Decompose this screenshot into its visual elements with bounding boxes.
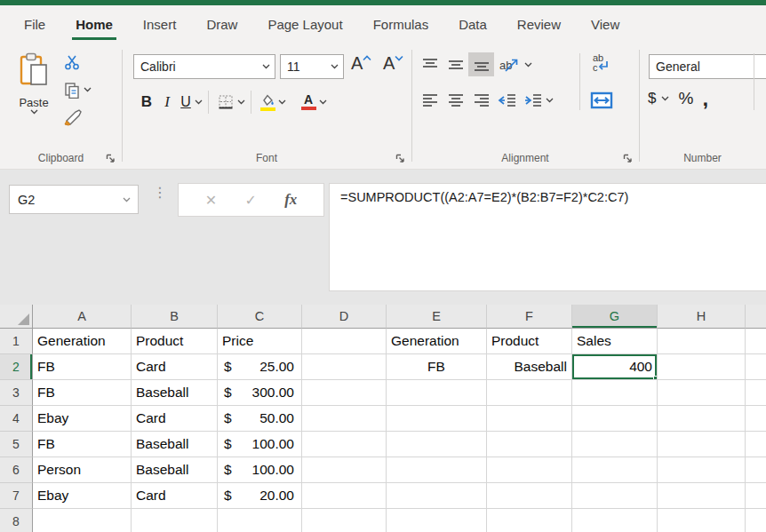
cell-F6[interactable]: [487, 457, 572, 483]
cell-overflow-7[interactable]: [746, 483, 766, 509]
cell-G2[interactable]: 400: [572, 354, 658, 380]
tab-formulas[interactable]: Formulas: [358, 5, 444, 43]
cell-F8[interactable]: [487, 509, 572, 532]
percent-style-button[interactable]: %: [678, 89, 693, 108]
cell-H7[interactable]: [658, 483, 746, 509]
cell-A2[interactable]: FB: [33, 354, 132, 380]
column-header-C[interactable]: C: [218, 305, 302, 329]
cell-B8[interactable]: [132, 509, 218, 532]
cell-B6[interactable]: Baseball: [132, 457, 218, 483]
cell-E2[interactable]: FB: [387, 354, 487, 380]
alignment-dialog-launcher[interactable]: [622, 153, 633, 163]
cell-B1[interactable]: Product: [132, 329, 218, 354]
cell-C2[interactable]: $25.00: [218, 354, 302, 380]
tab-home[interactable]: Home: [60, 5, 128, 43]
cell-C8[interactable]: [218, 509, 302, 532]
underline-button[interactable]: U: [177, 94, 195, 110]
cell-overflow-4[interactable]: [746, 406, 766, 432]
top-align-button[interactable]: [417, 52, 443, 76]
cell-A5[interactable]: FB: [33, 432, 132, 457]
cell-H5[interactable]: [658, 432, 746, 457]
cell-overflow-3[interactable]: [746, 380, 766, 406]
decrease-font-size-button[interactable]: A: [383, 53, 403, 74]
cell-E1[interactable]: Generation: [387, 329, 487, 354]
clipboard-dialog-launcher[interactable]: [105, 153, 116, 163]
cell-C1[interactable]: Price: [218, 329, 302, 354]
tab-draw[interactable]: Draw: [191, 5, 252, 43]
cut-button[interactable]: [64, 53, 81, 71]
copy-button[interactable]: [64, 81, 92, 99]
cell-D3[interactable]: [302, 380, 387, 406]
borders-button[interactable]: [214, 94, 237, 110]
cell-F5[interactable]: [487, 432, 572, 457]
cell-G8[interactable]: [572, 509, 658, 532]
formula-input[interactable]: =SUMPRODUCT((A2:A7=E2)*(B2:B7=F2)*C2:C7): [329, 183, 766, 291]
orientation-button[interactable]: ab: [494, 52, 524, 76]
fill-handle[interactable]: [653, 376, 658, 380]
merge-center-button[interactable]: [587, 88, 616, 112]
tab-review[interactable]: Review: [502, 5, 576, 43]
cell-D8[interactable]: [302, 509, 387, 532]
cell-C7[interactable]: $20.00: [218, 483, 302, 509]
cell-D2[interactable]: [302, 354, 387, 380]
cell-G1[interactable]: Sales: [572, 329, 658, 354]
tab-file[interactable]: File: [9, 5, 60, 43]
cell-H2[interactable]: [658, 354, 746, 380]
column-header-D[interactable]: D: [302, 305, 387, 329]
column-header-A[interactable]: A: [33, 305, 132, 329]
accounting-chevron-icon[interactable]: [661, 96, 669, 101]
cell-B3[interactable]: Baseball: [132, 380, 218, 406]
row-header-4[interactable]: 4: [0, 406, 33, 432]
decrease-indent-button[interactable]: [494, 88, 520, 112]
cell-F7[interactable]: [487, 483, 572, 509]
paste-button[interactable]: Paste: [11, 52, 57, 137]
column-header-E[interactable]: E: [387, 305, 487, 329]
font-color-button[interactable]: A: [298, 94, 319, 110]
cell-F4[interactable]: [487, 406, 572, 432]
cell-E3[interactable]: [387, 380, 487, 406]
tab-page-layout[interactable]: Page Layout: [252, 5, 357, 43]
cell-B7[interactable]: Card: [132, 483, 218, 509]
cell-G6[interactable]: [572, 457, 658, 483]
cell-overflow-8[interactable]: [746, 509, 766, 532]
cell-H4[interactable]: [658, 406, 746, 432]
cell-H1[interactable]: [658, 329, 746, 354]
number-format-combobox[interactable]: General: [649, 54, 766, 79]
accounting-format-button[interactable]: $: [648, 90, 656, 107]
cell-B4[interactable]: Card: [132, 406, 218, 432]
cell-H3[interactable]: [658, 380, 746, 406]
cell-E8[interactable]: [387, 509, 487, 532]
cell-overflow-1[interactable]: [746, 329, 766, 354]
bold-button[interactable]: B: [136, 93, 157, 111]
cell-E5[interactable]: [387, 432, 487, 457]
insert-function-icon[interactable]: fx: [284, 191, 297, 209]
row-header-3[interactable]: 3: [0, 380, 33, 406]
tab-insert[interactable]: Insert: [128, 5, 192, 43]
cell-A4[interactable]: Ebay: [33, 406, 132, 432]
cell-F1[interactable]: Product: [487, 329, 572, 354]
bottom-align-button[interactable]: [468, 52, 494, 76]
cell-C5[interactable]: $100.00: [218, 432, 302, 457]
cell-A3[interactable]: FB: [33, 380, 132, 406]
format-painter-button[interactable]: [64, 108, 84, 126]
borders-chevron-icon[interactable]: [237, 99, 245, 105]
cell-E6[interactable]: [387, 457, 487, 483]
cell-D7[interactable]: [302, 483, 387, 509]
cell-G4[interactable]: [572, 406, 658, 432]
column-header-F[interactable]: F: [487, 305, 572, 329]
cell-D5[interactable]: [302, 432, 387, 457]
cell-A6[interactable]: Person: [33, 457, 132, 483]
increase-font-size-button[interactable]: A: [351, 53, 371, 74]
cell-D1[interactable]: [302, 329, 387, 354]
comma-style-button[interactable]: ,: [702, 94, 708, 103]
formula-bar-grip-icon[interactable]: ⋮: [153, 189, 167, 196]
cell-A7[interactable]: Ebay: [33, 483, 132, 509]
align-center-button[interactable]: [443, 88, 468, 112]
underline-chevron-icon[interactable]: [195, 99, 203, 105]
row-header-8[interactable]: 8: [0, 509, 33, 532]
column-header-B[interactable]: B: [132, 305, 218, 329]
cell-B2[interactable]: Card: [132, 354, 218, 380]
column-header-overflow[interactable]: [746, 305, 766, 329]
orientation-chevron-icon[interactable]: [524, 62, 532, 67]
row-header-5[interactable]: 5: [0, 432, 33, 457]
